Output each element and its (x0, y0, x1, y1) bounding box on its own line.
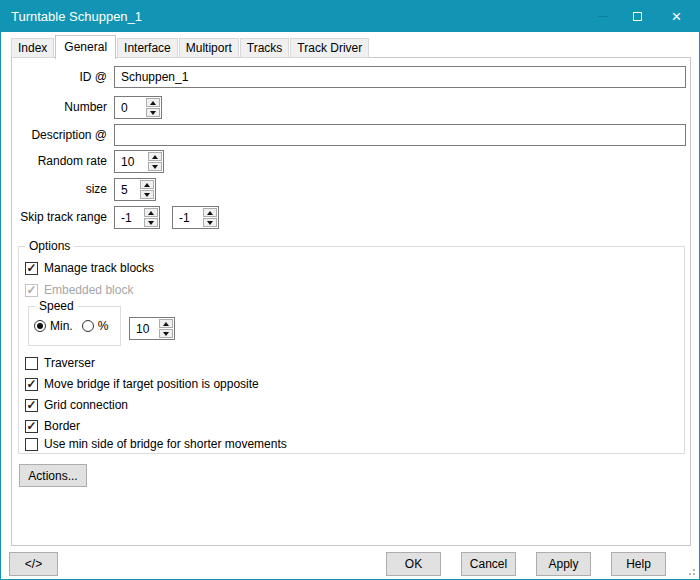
move-bridge-checkbox[interactable]: ✓ Move bridge if target position is oppo… (25, 377, 259, 391)
size-spinner[interactable]: 5 (114, 178, 156, 201)
speed-group-label: Speed (35, 299, 78, 313)
tab-multiport[interactable]: Multiport (179, 38, 239, 58)
description-input[interactable] (114, 124, 686, 146)
checkbox-icon: ✓ (25, 399, 38, 412)
arrow-down-icon (148, 221, 154, 225)
arrow-up-icon (150, 101, 156, 105)
spinner-up-button[interactable] (203, 208, 217, 217)
skip-track-range-to-spinner[interactable]: -1 (172, 206, 219, 229)
spinner-down-button[interactable] (144, 218, 158, 227)
spinner-up-button[interactable] (140, 180, 154, 189)
maximize-icon (633, 12, 642, 21)
spinner-down-button[interactable] (148, 162, 162, 171)
actions-button[interactable]: Actions... (19, 464, 87, 487)
number-spinner[interactable]: 0 (114, 96, 162, 119)
spinner-down-button[interactable] (159, 329, 173, 338)
tab-general[interactable]: General (55, 35, 116, 59)
radio-icon (82, 320, 94, 332)
tab-panel-general: ID @ Number 0 Description @ Random rate … (11, 57, 691, 546)
cancel-button[interactable]: Cancel (461, 552, 516, 576)
speed-spinner-value: 10 (130, 318, 158, 339)
options-group-label: Options (25, 239, 74, 253)
arrow-up-icon (148, 211, 154, 215)
random-rate-label: Random rate (12, 150, 107, 173)
speed-min-radio[interactable]: Min. (34, 319, 73, 333)
traverser-checkbox[interactable]: ✓ Traverser (25, 356, 95, 370)
number-label: Number (12, 96, 107, 119)
description-label: Description @ (12, 124, 107, 146)
apply-button[interactable]: Apply (536, 552, 591, 576)
embedded-block-checkbox: ✓ Embedded block (25, 283, 133, 297)
window-controls: × (586, 1, 699, 32)
resize-grip[interactable] (693, 573, 695, 575)
arrow-down-icon (207, 221, 213, 225)
spinner-up-button[interactable] (148, 152, 162, 161)
code-button[interactable]: </> (9, 552, 58, 576)
maximize-button[interactable] (620, 1, 654, 32)
checkbox-icon: ✓ (25, 438, 38, 451)
radio-icon (34, 320, 46, 332)
arrow-down-icon (163, 332, 169, 336)
checkbox-icon: ✓ (25, 420, 38, 433)
id-label: ID @ (12, 66, 107, 88)
tab-index[interactable]: Index (11, 38, 54, 58)
minimize-button[interactable] (586, 1, 620, 32)
ok-button[interactable]: OK (386, 552, 441, 576)
manage-track-blocks-checkbox[interactable]: ✓ Manage track blocks (25, 261, 154, 275)
close-icon: × (672, 8, 682, 25)
arrow-up-icon (144, 183, 150, 187)
skip-track-range-label: Skip track range (12, 206, 107, 229)
spinner-down-button[interactable] (203, 218, 217, 227)
arrow-down-icon (144, 193, 150, 197)
checkbox-icon: ✓ (25, 378, 38, 391)
arrow-up-icon (207, 211, 213, 215)
arrow-up-icon (163, 322, 169, 326)
random-rate-spinner[interactable]: 10 (114, 150, 164, 173)
checkbox-icon: ✓ (25, 262, 38, 275)
skip-track-range-from-spinner[interactable]: -1 (114, 206, 160, 229)
dialog-window: Turntable Schuppen_1 × Index General Int… (0, 0, 700, 580)
speed-percent-radio[interactable]: % (82, 319, 109, 333)
random-rate-spinner-value: 10 (115, 151, 147, 172)
spinner-down-button[interactable] (146, 108, 160, 117)
skip-track-range-from-value: -1 (115, 207, 143, 228)
minimize-icon (598, 16, 608, 17)
speed-groupbox: Speed Min. % (28, 306, 121, 346)
speed-value-spinner[interactable]: 10 (129, 317, 175, 340)
id-input[interactable] (114, 66, 686, 88)
checkbox-icon: ✓ (25, 357, 38, 370)
size-spinner-value: 5 (115, 179, 139, 200)
spinner-down-button[interactable] (140, 190, 154, 199)
spinner-up-button[interactable] (146, 98, 160, 107)
arrow-down-icon (150, 111, 156, 115)
border-checkbox[interactable]: ✓ Border (25, 419, 80, 433)
skip-track-range-to-value: -1 (173, 207, 202, 228)
checkbox-icon: ✓ (25, 284, 38, 297)
spinner-up-button[interactable] (144, 208, 158, 217)
tab-bar: Index General Interface Multiport Tracks… (11, 34, 370, 58)
window-title: Turntable Schuppen_1 (1, 9, 142, 24)
spinner-up-button[interactable] (159, 319, 173, 328)
options-groupbox: Options ✓ Manage track blocks ✓ Embedded… (18, 246, 685, 454)
arrow-down-icon (152, 165, 158, 169)
use-min-side-checkbox[interactable]: ✓ Use min side of bridge for shorter mov… (25, 437, 287, 451)
close-button[interactable]: × (654, 1, 699, 32)
tab-track-driver[interactable]: Track Driver (290, 38, 369, 58)
size-label: size (12, 178, 107, 201)
help-button[interactable]: Help (611, 552, 666, 576)
grid-connection-checkbox[interactable]: ✓ Grid connection (25, 398, 128, 412)
tab-tracks[interactable]: Tracks (240, 38, 290, 58)
arrow-up-icon (152, 155, 158, 159)
tab-interface[interactable]: Interface (117, 38, 178, 58)
titlebar[interactable]: Turntable Schuppen_1 × (1, 1, 699, 32)
number-spinner-value: 0 (115, 97, 145, 118)
